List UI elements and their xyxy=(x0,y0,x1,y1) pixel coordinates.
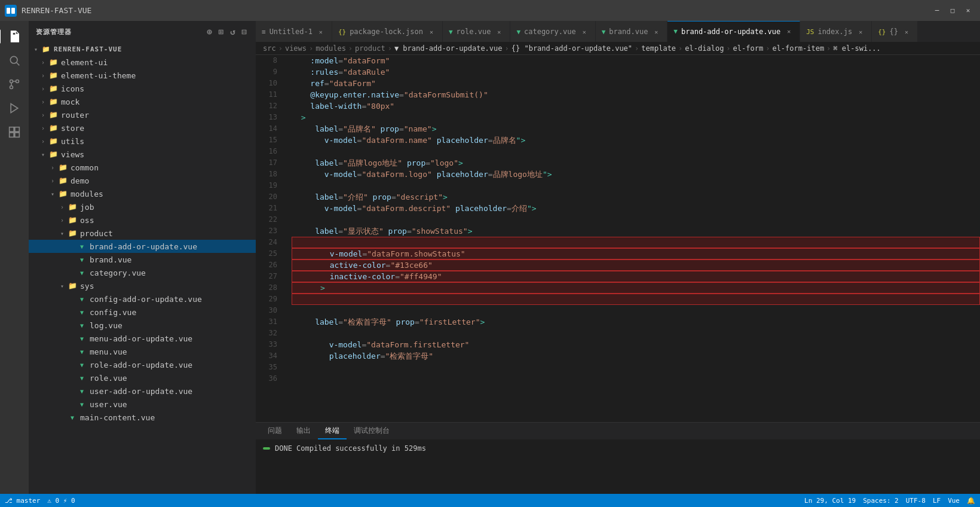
breadcrumb-modules[interactable]: modules xyxy=(316,44,346,53)
sidebar-item-icons[interactable]: ›📁icons xyxy=(29,82,256,95)
line-number-8: 8 xyxy=(256,55,282,66)
tab-close-icon[interactable]: ✕ xyxy=(316,27,326,36)
sidebar-item-utils[interactable]: ›📁utils xyxy=(29,135,256,148)
breadcrumb-src[interactable]: src xyxy=(263,44,276,53)
activity-extensions-icon[interactable] xyxy=(4,121,25,143)
tab-close-icon[interactable]: ✕ xyxy=(902,27,911,36)
breadcrumb-product[interactable]: product xyxy=(355,44,385,53)
panel-tab-debug[interactable]: 调试控制台 xyxy=(347,423,397,439)
breadcrumb-el-form[interactable]: el-form xyxy=(733,44,764,53)
line-number-27: 27 xyxy=(256,271,282,282)
sidebar-item-user-vue[interactable]: ▼user.vue xyxy=(29,398,256,411)
sidebar-item-menu-vue[interactable]: ▼menu.vue xyxy=(29,345,256,358)
code-line-21: v-model="dataForm.descript" placeholder=… xyxy=(292,203,980,214)
line-number-11: 11 xyxy=(256,89,282,100)
sidebar-item-log-vue[interactable]: ▼log.vue xyxy=(29,319,256,332)
code-editor[interactable]: 8910111213141516171819202122232425262728… xyxy=(256,55,980,422)
sidebar-item-oss[interactable]: ›📁oss xyxy=(29,213,256,227)
sidebar-item-user-add-or-update[interactable]: ▼user-add-or-update.vue xyxy=(29,384,256,398)
tab-close-icon[interactable]: ✕ xyxy=(494,27,504,36)
tab-category-vue[interactable]: ▼ category.vue ✕ xyxy=(510,21,595,42)
panel-tab-output[interactable]: 输出 xyxy=(289,423,318,439)
tab-role-vue[interactable]: ▼ role.vue ✕ xyxy=(443,21,510,42)
tab-untitled[interactable]: ≡ Untitled-1 ✕ xyxy=(256,21,332,42)
sidebar-item-element-ui-theme[interactable]: ›📁element-ui-theme xyxy=(29,69,256,82)
panel-tab-issues[interactable]: 问题 xyxy=(261,423,289,439)
token: = xyxy=(338,66,343,78)
activity-git-icon[interactable] xyxy=(4,74,25,95)
sidebar-item-router[interactable]: ›📁router xyxy=(29,108,256,121)
close-btn[interactable]: ✕ xyxy=(961,4,975,18)
terminal-content[interactable]: DONE Compiled successfully in 529ms xyxy=(256,439,980,494)
tab-close-icon[interactable]: ✕ xyxy=(856,27,865,36)
sidebar-item-mock[interactable]: ›📁mock xyxy=(29,95,256,108)
activity-files-icon[interactable] xyxy=(4,26,25,47)
activity-search-icon[interactable] xyxy=(4,50,25,71)
tab-close-icon[interactable]: ✕ xyxy=(651,27,661,36)
sidebar-item-demo[interactable]: ›📁demo xyxy=(29,174,256,187)
tab-close-icon[interactable]: ✕ xyxy=(427,27,436,36)
minimize-btn[interactable]: ─ xyxy=(930,4,944,18)
sidebar-item-config-vue[interactable]: ▼config.vue xyxy=(29,306,256,319)
breadcrumb-el-swi[interactable]: ⌘ el-swi... xyxy=(833,44,880,53)
sidebar-item-category-vue-f[interactable]: ▼category.vue xyxy=(29,266,256,279)
token xyxy=(292,214,310,225)
breadcrumb-obj[interactable]: {} "brand-add-or-update.vue" xyxy=(512,44,632,53)
tab-label: package-lock.json xyxy=(350,28,423,36)
breadcrumb-el-dialog[interactable]: el-dialog xyxy=(685,44,724,53)
sidebar-item-modules[interactable]: ▾📁modules xyxy=(29,187,256,200)
sidebar-item-store[interactable]: ›📁store xyxy=(29,121,256,135)
sidebar-item-common[interactable]: ›📁common xyxy=(29,161,256,174)
tab-close-icon[interactable]: ✕ xyxy=(784,27,794,36)
code-content[interactable]: :model="dataForm" :rules="dataRule" ref=… xyxy=(287,55,980,422)
tree-item-label: role-add-or-update.vue xyxy=(90,361,192,369)
refresh-icon[interactable]: ↺ xyxy=(229,26,237,38)
token xyxy=(320,204,324,213)
tab-brand-add-or-update[interactable]: ▼ brand-add-or-update.vue ✕ xyxy=(667,21,800,42)
sidebar-item-role-add-or-update[interactable]: ▼role-add-or-update.vue xyxy=(29,358,256,371)
token: = xyxy=(507,204,512,213)
spacer xyxy=(67,268,76,277)
sidebar-item-brand-vue-f[interactable]: ▼brand.vue xyxy=(29,253,256,266)
sidebar-item-views[interactable]: ▾📁views xyxy=(29,148,256,161)
new-folder-icon[interactable]: ⊞ xyxy=(218,26,225,38)
sidebar-item-config-add-or-update[interactable]: ▼config-add-or-update.vue xyxy=(29,292,256,306)
code-line-16 xyxy=(292,146,980,157)
activity-debug-icon[interactable] xyxy=(4,97,25,119)
sidebar-project-root[interactable]: ▾ 📁 RENREN-FAST-VUE xyxy=(29,42,256,56)
sidebar-item-main-content-vue[interactable]: ▼main-content.vue xyxy=(29,411,256,424)
token: 介绍 xyxy=(512,204,527,213)
chevron-icon: ▾ xyxy=(57,228,67,238)
tree-item-label: user.vue xyxy=(90,400,127,409)
new-file-icon[interactable]: ⊕ xyxy=(206,26,213,38)
tree-item-label: menu.vue xyxy=(90,347,127,356)
breadcrumb-views[interactable]: views xyxy=(285,44,307,53)
tab-brand-vue[interactable]: ▼ brand.vue ✕ xyxy=(596,21,668,42)
breadcrumb-file[interactable]: ▼ brand-add-or-update.vue xyxy=(394,44,503,53)
code-line-10: ref="dataForm" xyxy=(292,78,980,89)
sidebar-item-role-vue-f[interactable]: ▼role.vue xyxy=(29,371,256,384)
svg-rect-2 xyxy=(13,33,16,35)
breadcrumb-el-form-item[interactable]: el-form-item xyxy=(772,44,824,53)
breadcrumb-template[interactable]: template xyxy=(641,44,676,53)
tab-index-js[interactable]: JS index.js ✕ xyxy=(800,21,872,42)
sidebar-item-brand-add-or-update-vue[interactable]: ▼brand-add-or-update.vue xyxy=(29,240,256,253)
token: = xyxy=(381,350,385,362)
tab-package-lock[interactable]: {} package-lock.json ✕ xyxy=(332,21,443,42)
token: "logo" xyxy=(430,158,458,167)
tab-close-icon[interactable]: ✕ xyxy=(580,27,589,36)
sidebar-item-menu-add-or-update[interactable]: ▼menu-add-or-update.vue xyxy=(29,332,256,345)
sidebar-item-sys[interactable]: ▾📁sys xyxy=(29,279,256,292)
sidebar-item-job[interactable]: ›📁job xyxy=(29,200,256,213)
maximize-btn[interactable]: □ xyxy=(945,4,960,18)
token: "80px" xyxy=(366,100,394,112)
sidebar-item-element-ui[interactable]: ›📁element-ui xyxy=(29,56,256,69)
folder-icon: 📁 xyxy=(67,281,78,291)
collapse-icon[interactable]: ⊟ xyxy=(241,26,249,38)
token: "检索首字母" xyxy=(343,317,391,326)
tab-extra[interactable]: {} {} ✕ xyxy=(872,21,918,42)
sidebar-item-product[interactable]: ▾📁product xyxy=(29,227,256,240)
token xyxy=(320,136,324,145)
panel-tab-terminal[interactable]: 终端 xyxy=(318,423,347,439)
token xyxy=(292,225,310,237)
